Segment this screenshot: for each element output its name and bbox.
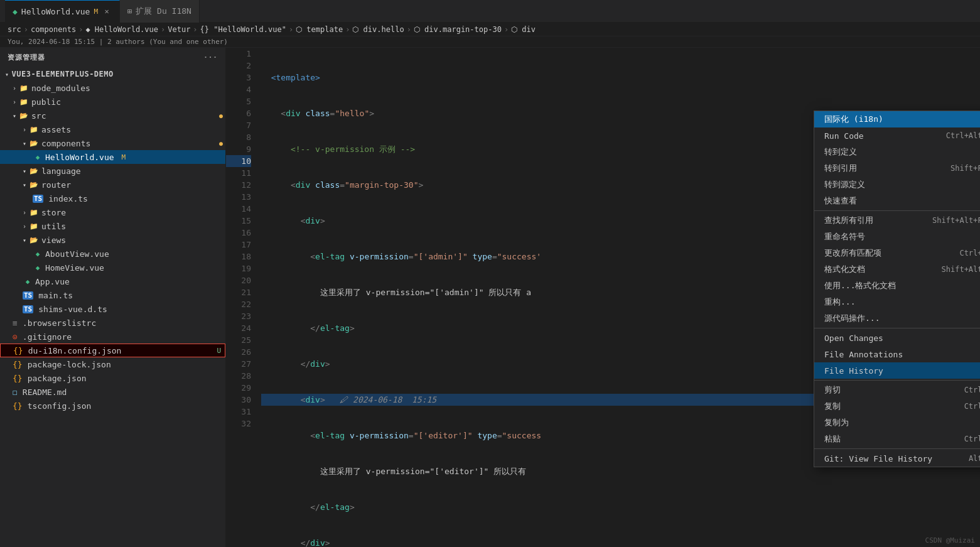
menu-item-rename[interactable]: 重命名符号 F2 [814,229,980,245]
sidebar-item-store[interactable]: › 📁 store [0,205,225,219]
chevron-down-icon: ▾ [5,71,9,78]
chevron-down-icon: ▾ [23,168,26,175]
menu-item-goto-def[interactable]: 转到定义 [814,144,980,160]
breadcrumb: src › components › ◆ HelloWorld.vue › Ve… [0,23,980,36]
sidebar-label-browserslistrc: .browserslistrc [23,318,96,328]
menu-label-i18n: 国际化 (i18n) [824,114,883,125]
menu-item-format-doc[interactable]: 格式化文档 Shift+Alt+F [814,261,980,278]
sidebar-item-browserslistrc[interactable]: ≡ .browserslistrc [0,316,225,330]
tab-grid-icon: ⊞ [127,7,132,16]
menu-item-copy-as[interactable]: 复制为 › [814,414,980,431]
menu-item-run-code[interactable]: Run Code Ctrl+Alt+N [814,127,980,144]
menu-item-file-annotations[interactable]: File Annotations › [814,346,980,362]
sidebar-item-package-lock[interactable]: {} package-lock.json [0,357,225,371]
code-line-13: </el-tag> [261,501,980,513]
menu-shortcut-find-refs: Shift+Alt+F12 [932,216,980,225]
sidebar-item-main-ts[interactable]: TS main.ts [0,288,225,302]
chevron-right-icon: › [13,85,16,92]
menu-label-quick-look: 快速查看 [824,195,857,207]
sidebar-label-shims: shims-vue.d.ts [38,305,107,314]
sidebar-item-gitignore[interactable]: ⊙ .gitignore [0,330,225,344]
menu-item-copy[interactable]: 复制 Ctrl+C [814,398,980,414]
sidebar-label-package-lock: package-lock.json [28,360,111,369]
menu-label-rename: 重命名符号 [824,231,865,242]
sidebar-label-index-ts: index.ts [48,194,88,203]
sidebar-item-package-json[interactable]: {} package.json [0,371,225,385]
sidebar-label-package-json: package.json [28,374,87,383]
json-icon: {} [13,401,23,411]
menu-item-git-history[interactable]: Git: View File History Alt+H [814,450,980,467]
ts-icon: TS [23,305,33,313]
sidebar-item-node-modules[interactable]: › 📁 node_modules [0,81,225,95]
sidebar-item-components[interactable]: ▾ 📂 components ● [0,136,225,150]
menu-label-copy: 复制 [824,401,841,412]
sidebar-label-helloworld: HelloWorld.vue [45,153,114,162]
sidebar-item-du-i18n[interactable]: {} du-i18n.config.json U [0,344,225,357]
sidebar-label-router: router [41,180,71,190]
menu-item-goto-ref[interactable]: 转到引用 Shift+F12 [814,160,980,176]
tab-extension[interactable]: ⊞ 扩展 Du I18N [120,0,200,23]
sidebar-item-tsconfig[interactable]: {} tsconfig.json [0,399,225,413]
menu-shortcut-paste: Ctrl+V [964,435,980,443]
menu-item-refactor[interactable]: 重构... [814,294,980,310]
menu-label-format-doc: 格式化文档 [824,264,865,275]
sidebar-label-language: language [41,166,81,176]
code-area: 12345 678910 1112131415 1617181920 21222… [226,48,980,547]
ts-icon: TS [33,195,43,203]
json-icon: {} [13,346,23,355]
sidebar-item-assets[interactable]: › 📁 assets [0,122,225,136]
sidebar-item-helloworld[interactable]: ◆ HelloWorld.vue M [0,150,225,164]
sidebar-item-public[interactable]: › 📁 public [0,95,225,109]
sidebar-item-app-vue[interactable]: ◆ App.vue [0,274,225,288]
sidebar-menu-button[interactable]: ··· [203,53,218,62]
sidebar-item-readme[interactable]: ◻ README.md [0,385,225,399]
menu-shortcut-format-doc: Shift+Alt+F [942,265,980,274]
menu-label-copy-as: 复制为 [824,417,849,428]
menu-item-source-action[interactable]: 源代码操作... [814,310,980,327]
menu-item-goto-src[interactable]: 转到源定义 [814,176,980,193]
menu-item-open-changes[interactable]: Open Changes › [814,330,980,346]
sidebar-label-components: components [41,139,90,148]
sidebar-item-language[interactable]: ▾ 📂 language [0,164,225,178]
code-line-1: <template> [261,72,980,84]
tab-helloworld-label: HelloWorld.vue [21,7,90,16]
tab-helloworld[interactable]: ◆ HelloWorld.vue M ✕ [5,0,120,23]
sidebar-label-main-ts: main.ts [38,291,73,300]
sidebar-item-utils[interactable]: › 📁 utils [0,219,225,233]
sidebar-item-src[interactable]: ▾ 📂 src ● [0,109,225,122]
sidebar-item-homeview[interactable]: ◆ HomeView.vue [0,261,225,274]
menu-label-format-with: 使用...格式化文档 [824,280,896,291]
menu-item-quick-look[interactable]: 快速查看 › [814,193,980,209]
folder-icon: 📁 [19,97,29,107]
sidebar-header: 资源管理器 ··· [0,48,225,67]
menu-item-file-history[interactable]: File History › [814,362,980,379]
tab-modified-badge: M [94,8,98,16]
menu-label-goto-def: 转到定义 [824,146,857,158]
chevron-right-icon: › [23,223,26,230]
sidebar-label-du-i18n: du-i18n.config.json [28,346,122,355]
sidebar-tree: ▾ VUE3-ELEMENTPLUS-DEMO › 📁 node_modules… [0,67,225,547]
modified-dot: ● [219,112,223,119]
sidebar-item-views[interactable]: ▾ 📂 views [0,233,225,247]
menu-item-i18n[interactable]: 国际化 (i18n) › [814,111,980,127]
menu-item-format-with[interactable]: 使用...格式化文档 [814,278,980,294]
folder-icon: 📁 [29,207,39,217]
folder-open-icon: 📂 [29,235,39,245]
watermark: CSDN @Muizai [925,536,975,544]
sidebar-item-router[interactable]: ▾ 📂 router [0,178,225,192]
sidebar-item-aboutview[interactable]: ◆ AboutView.vue [0,247,225,261]
tab-close-icon[interactable]: ✕ [102,6,112,16]
sidebar-item-index-ts[interactable]: TS index.ts [0,192,225,205]
line-numbers: 12345 678910 1112131415 1617181920 21222… [226,48,256,547]
menu-item-find-refs[interactable]: 查找所有引用 Shift+Alt+F12 [814,212,980,229]
sidebar-label-views: views [41,236,66,245]
menu-label-refactor: 重构... [824,296,855,308]
sidebar-item-shims[interactable]: TS shims-vue.d.ts [0,302,225,316]
sidebar-label-src: src [31,111,46,121]
menu-item-change-all[interactable]: 更改所有匹配项 Ctrl+F2 [814,245,980,261]
menu-item-paste[interactable]: 粘贴 Ctrl+V [814,431,980,447]
sidebar-item-project[interactable]: ▾ VUE3-ELEMENTPLUS-DEMO [0,67,225,81]
menu-item-cut[interactable]: 剪切 Ctrl+X [814,382,980,398]
main-layout: 资源管理器 ··· ▾ VUE3-ELEMENTPLUS-DEMO › 📁 no… [0,48,980,547]
ts-icon: TS [23,291,33,300]
